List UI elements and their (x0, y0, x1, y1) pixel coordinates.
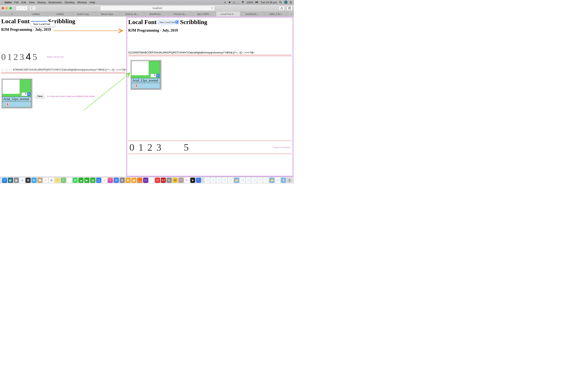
widget-canvas[interactable]: 6 ⇅ (2, 79, 31, 97)
dock-downloads[interactable]: ⬇ (281, 178, 286, 183)
dock-firefox[interactable]: 🦊 (137, 178, 142, 183)
dock-keynote[interactable]: ▢ (96, 178, 101, 183)
address-bar[interactable]: localhost ↻ (100, 6, 215, 11)
spotlight-icon[interactable] (279, 1, 282, 4)
tab-1[interactable]: Untitled (24, 12, 48, 16)
dock-mamp[interactable]: 🐘 (167, 178, 172, 183)
zoom-window-button[interactable] (9, 7, 12, 9)
dock-doc-9[interactable]: 📄 (258, 178, 263, 183)
tab-3[interactable]: Firefox Insp… (72, 12, 96, 16)
dock-xampp[interactable]: ✖ (126, 178, 131, 183)
scribble-canvas-row[interactable]: 0 1 2 3 4 5 Images and text here (1, 51, 125, 62)
dock-doc-2[interactable]: 📄 (210, 178, 216, 183)
share-button[interactable] (279, 6, 285, 10)
dock-folder-1[interactable]: 📁 (234, 178, 239, 183)
widget-font-label-right[interactable]: Arial_12px_normal (131, 78, 160, 83)
minimize-window-button[interactable] (6, 7, 8, 9)
tab-4[interactable]: Server Host… (96, 12, 120, 16)
dock-folder-2[interactable]: 📁 (269, 178, 274, 183)
notification-center-icon[interactable]: ☰ (290, 1, 292, 4)
dock-xcode[interactable]: 🔨 (196, 178, 201, 183)
dock-contacts[interactable]: ☎ (37, 178, 43, 183)
dock-numbers[interactable]: ▤ (90, 178, 95, 183)
siri-icon[interactable] (284, 1, 287, 4)
dock-doc-10[interactable]: 📄 (263, 178, 268, 183)
dock-reminders[interactable]: ☰ (49, 178, 54, 183)
tab-5[interactable]: Sketchy Str… (120, 12, 144, 16)
dock-facetime[interactable]: ▶ (84, 178, 89, 183)
battery-percent[interactable]: 100% (246, 1, 253, 4)
dock-audacity[interactable]: ◉ (131, 178, 137, 183)
widget-canvas-right[interactable]: 0 ⇅ (131, 61, 160, 78)
bluetooth-icon[interactable]: ⚼ (237, 1, 239, 4)
tab-11[interactable]: 0000_1-Ari… (264, 12, 288, 16)
widget-number-input[interactable]: 6 (21, 92, 27, 96)
airplay-icon[interactable]: ▢ (233, 1, 235, 4)
dock-doc-7[interactable]: 📄 (246, 178, 251, 183)
dock-safari[interactable]: ◎ (20, 178, 25, 183)
dock-dashboard[interactable]: ✪ (26, 178, 31, 183)
menu-bookmarks[interactable]: Bookmarks (49, 1, 62, 4)
dock-doc-8[interactable]: 📄 (251, 178, 257, 183)
dock-wamp[interactable]: W (173, 178, 178, 183)
dock-doc-3[interactable]: 📄 (216, 178, 222, 183)
dock-gimp[interactable]: 🐺 (178, 178, 183, 183)
dock-trash[interactable]: 🗑 (287, 178, 292, 183)
menu-develop[interactable]: Develop (65, 1, 75, 4)
dock-calendar[interactable]: 2 (43, 178, 48, 183)
new-tab-button[interactable]: + (288, 12, 294, 16)
tab-6[interactable]: WordPress… (144, 12, 168, 16)
back-button[interactable]: ‹ (16, 6, 22, 10)
tab-2[interactable]: Untitled (48, 12, 72, 16)
dock-messages[interactable]: ✉ (73, 178, 78, 183)
widget-number-stepper-right[interactable]: ⇅ (156, 74, 159, 77)
battery-icon[interactable] (255, 1, 259, 4)
font-select[interactable]: Your Local Font ⇅ (158, 20, 179, 24)
dock-doc-1[interactable]: 📄 (205, 178, 210, 183)
dock-doc-5[interactable]: 📄 (228, 178, 233, 183)
dock-siri[interactable]: ◐ (8, 178, 13, 183)
wifi-icon[interactable] (241, 1, 244, 4)
dock-filezilla[interactable]: Fz (161, 178, 166, 183)
tab-0[interactable]: U (0, 12, 24, 16)
menu-help[interactable]: Help (90, 1, 95, 4)
status-skull-icon[interactable]: ☠ (224, 1, 226, 4)
tab-7[interactable]: Themed Su… (168, 12, 192, 16)
dock-maps[interactable]: ⌖ (61, 178, 66, 183)
reload-icon[interactable]: ↻ (211, 7, 213, 9)
dock-notes[interactable]: ✎ (55, 178, 60, 183)
dock-wechat[interactable]: ☁ (78, 178, 84, 183)
dock-itunes[interactable]: ♪ (108, 178, 113, 183)
widget-font-label[interactable]: Arial_12px_normal (2, 97, 31, 101)
dock-opera[interactable]: O (155, 178, 160, 183)
forward-button[interactable]: › (22, 6, 27, 10)
clock[interactable]: Tue 10:26 pm (260, 1, 277, 4)
dock-paintbrush[interactable]: ✎ (184, 178, 190, 183)
dock-chrome[interactable]: ◍ (149, 178, 154, 183)
close-window-button[interactable] (2, 7, 4, 9)
dock-photos[interactable]: ✿ (67, 178, 72, 183)
recall-canvas[interactable]: 0 1 2 3 5 Canvas on recall here (128, 141, 292, 154)
menu-window[interactable]: Window (77, 1, 87, 4)
app-name[interactable]: Safari (4, 1, 12, 4)
widget-number-input-right[interactable]: 0 (150, 74, 156, 77)
menu-history[interactable]: History (37, 1, 45, 4)
dock-appstore[interactable]: Ⓐ (114, 178, 119, 183)
dock-phpstorm[interactable]: PS (143, 178, 148, 183)
dock-terminal[interactable]: ➤ (190, 178, 195, 183)
widget-number-stepper[interactable]: ⇅ (27, 92, 30, 96)
dock-finder[interactable]: ☺ (2, 178, 7, 183)
dock-doc-11[interactable]: 📄 (275, 178, 280, 183)
tabs-overview-button[interactable] (287, 6, 292, 10)
tab-8[interactable]: Ajax CORS… (192, 12, 216, 16)
dock-launchpad[interactable]: ▦ (14, 178, 19, 183)
save-button[interactable]: Save (35, 94, 45, 99)
dock-doc-4[interactable]: 📄 (222, 178, 227, 183)
menu-file[interactable]: File (14, 1, 18, 4)
status-bug-icon[interactable]: ✱ (228, 1, 231, 4)
recall-select[interactable]: ✓ Recall ... ⇅ Your Local Font (31, 18, 47, 25)
dock-mail[interactable]: ✉ (31, 178, 36, 183)
dock-doc-6[interactable]: 📄 (240, 178, 245, 183)
tab-9[interactable]: Local Font S… (216, 12, 240, 16)
tab-10[interactable]: localhost:8… (240, 12, 264, 16)
